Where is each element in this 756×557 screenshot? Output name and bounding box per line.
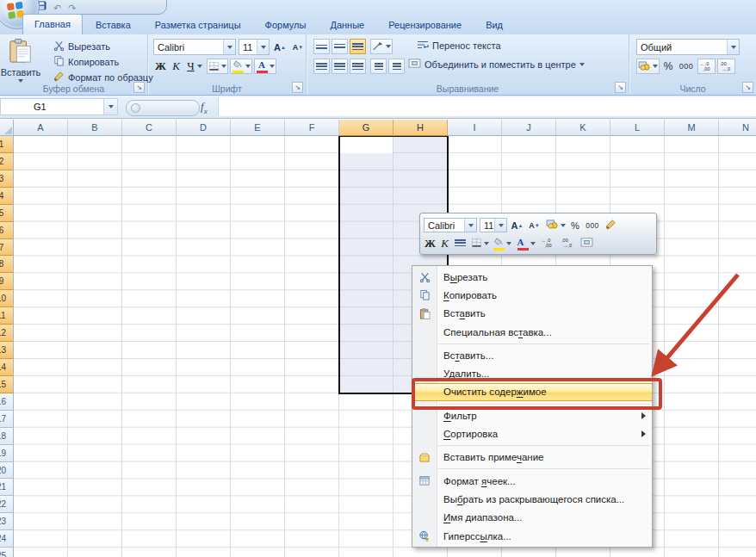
borders-button[interactable] [207,59,228,74]
redo-icon[interactable]: ↷ [68,3,76,12]
mini-comma-button[interactable]: 000 [584,218,601,233]
paste-dropdown-icon[interactable] [18,79,23,83]
align-left-button[interactable] [313,59,330,74]
percent-style-button[interactable]: % [661,59,675,74]
tab-вставка[interactable]: Вставка [84,15,142,34]
row-header-18[interactable]: 18 [0,428,14,445]
increase-indent-button[interactable] [388,59,405,74]
row-header-21[interactable]: 21 [0,479,14,496]
insert-function-button[interactable]: fx [201,100,208,115]
font-name-combo[interactable]: Calibri [153,39,236,55]
tab-вид[interactable]: Вид [474,15,514,34]
undo-icon[interactable]: ↶ [53,3,61,12]
align-middle-button[interactable] [332,39,348,54]
menu-item-очистить-содержимое[interactable]: Очистить содержимое [412,383,652,401]
row-header-15[interactable]: 15 [0,376,14,393]
row-header-12[interactable]: 12 [0,325,14,342]
column-header-H[interactable]: H [393,120,448,136]
mini-accounting-button[interactable] [544,218,567,233]
menu-item-формат-ячеек[interactable]: Формат ячеек... [412,472,652,490]
column-header-C[interactable]: C [122,120,177,136]
underline-button[interactable]: Ч [184,59,205,74]
column-header-I[interactable]: I [448,120,502,136]
bold-button[interactable]: Ж [153,59,168,74]
mini-percent-button[interactable]: % [569,218,581,233]
mini-italic-button[interactable]: K [439,236,450,251]
row-header-7[interactable]: 7 [0,239,14,257]
menu-item-удалить[interactable]: Удалить... [412,364,652,382]
column-header-K[interactable]: K [556,120,610,136]
mini-format-painter-button[interactable] [604,218,617,233]
font-color-button[interactable]: А [254,59,276,74]
align-top-button[interactable] [313,39,330,54]
column-header-J[interactable]: J [502,120,556,136]
align-center-button[interactable] [332,59,348,74]
column-header-D[interactable]: D [177,120,231,136]
accounting-format-button[interactable] [636,59,660,74]
menu-item-выбрать-из-раскрывающегося-списка[interactable]: Выбрать из раскрывающегося списка... [412,490,652,508]
select-all-corner[interactable] [0,120,14,136]
increase-decimal-button[interactable]: ←,0,00 [697,59,716,74]
number-dialog-launcher[interactable]: ↘ [742,82,753,93]
column-header-A[interactable]: A [14,120,68,136]
row-header-16[interactable]: 16 [0,393,14,411]
row-header-25[interactable]: 25 [0,548,14,557]
decrease-decimal-button[interactable]: ,00→,0 [717,59,735,74]
align-bottom-button[interactable] [350,39,366,54]
name-box[interactable]: G1 [0,98,118,115]
shrink-font-button[interactable]: A▼ [290,40,306,55]
mini-increase-decimal-button[interactable]: ←,0,00 [539,236,556,251]
tab-формулы[interactable]: Формулы [254,15,318,34]
mini-grow-font-button[interactable]: A▲ [510,218,524,233]
grow-font-button[interactable]: A▲ [272,40,288,55]
tab-главная[interactable]: Главная [22,14,83,34]
mini-decrease-decimal-button[interactable]: ,00→,0 [559,236,576,251]
tab-разметка-страницы[interactable]: Разметка страницы [144,15,252,34]
number-format-combo[interactable]: Общий [636,39,740,55]
cut-button[interactable]: Вырезать [53,40,110,53]
decrease-indent-button[interactable] [370,59,387,74]
mini-borders-button[interactable] [470,236,489,251]
tab-рецензирование[interactable]: Рецензирование [377,15,473,34]
column-header-F[interactable]: F [285,120,339,136]
row-header-3[interactable]: 3 [0,170,14,188]
column-header-B[interactable]: B [68,120,122,136]
menu-item-сортировка[interactable]: Сортировка [412,424,652,443]
row-header-20[interactable]: 20 [0,462,14,480]
menu-item-фильтр[interactable]: Фильтр [412,406,652,424]
formula-input[interactable] [218,97,756,116]
mini-bold-button[interactable]: Ж [424,236,437,251]
row-header-9[interactable]: 9 [0,273,14,290]
menu-item-вставить[interactable]: Вставить [412,305,652,323]
mini-center-button[interactable] [453,236,468,251]
align-right-button[interactable] [350,59,366,74]
copy-button[interactable]: Копировать [53,55,119,68]
menu-item-специальная-вставка[interactable]: Специальная вставка... [412,323,652,341]
column-header-E[interactable]: E [231,120,285,136]
row-header-4[interactable]: 4 [0,188,14,205]
menu-item-вставить-примечание[interactable]: Вставить примечание [412,449,652,467]
merge-center-button[interactable]: Объединить и поместить в центре [408,59,585,70]
fill-color-button[interactable] [230,59,252,74]
row-header-2[interactable]: 2 [0,153,14,170]
row-header-6[interactable]: 6 [0,222,14,239]
clipboard-dialog-launcher[interactable]: ↘ [133,82,145,93]
orientation-button[interactable] [370,39,393,54]
name-box-dropdown-icon[interactable] [103,99,117,114]
row-header-23[interactable]: 23 [0,513,14,530]
menu-item-гиперссылка[interactable]: Гиперссылка... [412,527,652,545]
font-dialog-launcher[interactable]: ↘ [292,82,303,93]
row-header-13[interactable]: 13 [0,342,14,359]
column-header-G[interactable]: G [339,120,393,136]
row-header-8[interactable]: 8 [0,256,14,273]
tab-данные[interactable]: Данные [319,15,375,34]
row-header-14[interactable]: 14 [0,359,14,376]
comma-style-button[interactable]: 000 [677,59,696,74]
mini-shrink-font-button[interactable]: A▼ [527,218,542,233]
mini-font-name-combo[interactable]: Calibri [424,218,477,232]
mini-font-color-button[interactable]: А [516,236,536,251]
menu-item-имя-диапазона[interactable]: Имя диапазона... [412,509,652,527]
row-header-19[interactable]: 19 [0,445,14,462]
alignment-dialog-launcher[interactable]: ↘ [615,82,626,93]
row-header-1[interactable]: 1 [0,136,14,153]
